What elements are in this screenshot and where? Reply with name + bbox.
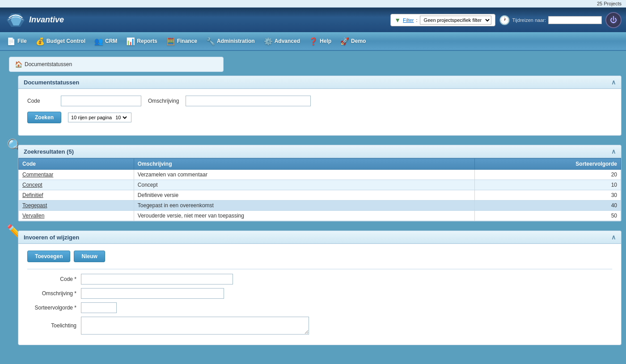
filter-link[interactable]: Filter [403, 17, 414, 23]
search-section-header: Documentstatussen ∧ [18, 76, 621, 89]
row-omschrijving-4: Verouderde versie, niet meer van toepass… [134, 211, 474, 221]
search-form: Code Omschrijving Zoeken 10 rijen per pa… [18, 89, 621, 135]
nav-item-demo[interactable]: 🚀 Demo [336, 33, 370, 49]
edit-section-title: Invoeren of wijzigen [24, 234, 79, 241]
toelichting-edit-input[interactable] [81, 317, 309, 335]
home-icon: 🏠 [15, 61, 22, 68]
demo-icon: 🚀 [340, 37, 349, 46]
nav-label-budget: Budget Control [47, 38, 85, 44]
filter-select[interactable]: Geen projectspecifiek filter [420, 16, 491, 25]
nav-item-finance[interactable]: 🧮 Finance [162, 33, 202, 49]
search-form-row1: Code Omschrijving [27, 96, 612, 106]
search-section: Documentstatussen ∧ Code Omschrijving Zo… [18, 75, 622, 136]
table-row: Toegepast Toegepast in een overeenkomst … [19, 201, 621, 211]
sorteervolgorde-edit-input[interactable] [81, 302, 117, 313]
nav-label-help: Help [320, 38, 331, 44]
nav-item-budget-control[interactable]: 💰 Budget Control [31, 33, 90, 49]
results-section-title: Zoekresultaten (5) [24, 148, 74, 155]
results-table-body: Commentaar Verzamelen van commentaar 20 … [19, 170, 621, 221]
row-sort-1: 10 [474, 180, 621, 190]
crm-icon: 👥 [94, 37, 103, 46]
edit-collapse-btn[interactable]: ∧ [611, 234, 616, 241]
filter-icon: ▼ [394, 17, 401, 24]
help-icon: ❓ [309, 37, 318, 46]
nav-label-advanced: Advanced [275, 38, 300, 44]
action-buttons: Toevoegen Nieuw [27, 251, 612, 262]
code-search-input[interactable] [61, 96, 141, 106]
nav-label-administration: Administration [217, 38, 255, 44]
nav-item-administration[interactable]: 🔧 Administration [202, 33, 259, 49]
row-code-3[interactable]: Toegepast [19, 201, 134, 211]
nieuw-button[interactable]: Nieuw [74, 251, 105, 262]
nav-label-demo: Demo [351, 38, 366, 44]
filter-bar: ▼ Filter : Geen projectspecifiek filter [390, 14, 495, 26]
breadcrumb-label: Documentstatussen [25, 61, 72, 67]
search-form-row2: Zoeken 10 rijen per pagina 10 25 50 [27, 112, 612, 123]
logo-area: Invantive [4, 11, 76, 29]
omschrijving-edit-input[interactable] [81, 288, 224, 299]
code-edit-label: Code * [27, 276, 81, 282]
results-table-container: Code Omschrijving Sorteervolgorde Commen… [18, 158, 621, 221]
rows-label: 10 rijen per pagina [71, 115, 112, 120]
row-code-4[interactable]: Vervallen [19, 211, 134, 221]
nav-item-file[interactable]: 📄 File [2, 33, 31, 49]
nav-item-help[interactable]: ❓ Help [305, 33, 336, 49]
results-table-header: Code Omschrijving Sorteervolgorde [19, 159, 621, 170]
administration-icon: 🔧 [206, 37, 215, 46]
breadcrumb: 🏠 Documentstatussen [9, 57, 224, 72]
sorteervolgorde-field-row: Sorteervolgorde * [27, 302, 612, 313]
results-collapse-btn[interactable]: ∧ [611, 148, 616, 155]
toevoegen-button[interactable]: Toevoegen [27, 251, 70, 262]
row-omschrijving-0: Verzamelen van commentaar [134, 170, 474, 180]
col-code: Code [19, 159, 134, 170]
power-icon: ⏻ [610, 16, 617, 24]
search-button[interactable]: Zoeken [27, 112, 61, 123]
row-sort-3: 40 [474, 201, 621, 211]
code-label: Code [27, 98, 54, 104]
clock-icon: 🕐 [499, 15, 510, 25]
row-sort-0: 20 [474, 170, 621, 180]
reports-icon: 📊 [126, 37, 135, 46]
tijdreizen-input[interactable] [548, 16, 602, 24]
nav-item-reports[interactable]: 📊 Reports [122, 33, 161, 49]
app-header: Invantive ▼ Filter : Geen projectspecifi… [0, 8, 626, 32]
form-separator [27, 269, 612, 269]
table-row: Definitief Definitieve versie 30 [19, 190, 621, 201]
nav-label-finance: Finance [177, 38, 197, 44]
results-section: Zoekresultaten (5) ∧ Code Omschrijving S… [18, 145, 622, 222]
nav-item-crm[interactable]: 👥 CRM [90, 33, 122, 49]
row-code-1[interactable]: Concept [19, 180, 134, 190]
col-sorteervolgorde: Sorteervolgorde [474, 159, 621, 170]
omschrijving-label: Omschrijving [148, 98, 179, 104]
results-section-wrapper: 🔍 Zoekresultaten (5) ∧ Code Omschrijving… [18, 145, 622, 222]
edit-section-wrapper: ✏️ Invoeren of wijzigen ∧ Toevoegen Nieu… [18, 230, 622, 345]
omschrijving-edit-label: Omschrijving * [27, 290, 81, 297]
table-row: Vervallen Verouderde versie, niet meer v… [19, 211, 621, 221]
row-omschrijving-1: Concept [134, 180, 474, 190]
row-code-0[interactable]: Commentaar [19, 170, 134, 180]
col-omschrijving: Omschrijving [134, 159, 474, 170]
search-section-wrapper: Documentstatussen ∧ Code Omschrijving Zo… [18, 75, 622, 136]
advanced-icon: ⚙️ [264, 37, 273, 46]
omschrijving-search-input[interactable] [186, 96, 311, 106]
finance-icon: 🧮 [166, 37, 175, 46]
main-navbar: 📄 File 💰 Budget Control 👥 CRM 📊 Reports … [0, 32, 626, 51]
logo-icon [4, 11, 27, 29]
project-count-text: 25 Projects [597, 1, 622, 6]
table-row: Concept Concept 10 [19, 180, 621, 190]
edit-section-header: Invoeren of wijzigen ∧ [18, 231, 621, 244]
filter-colon: : [416, 17, 418, 23]
nav-label-reports: Reports [137, 38, 157, 44]
code-edit-input[interactable] [81, 274, 233, 285]
budget-icon: 💰 [36, 37, 45, 46]
row-code-2[interactable]: Definitief [19, 190, 134, 201]
rows-per-page-selector[interactable]: 10 rijen per pagina 10 25 50 [68, 113, 131, 122]
search-collapse-btn[interactable]: ∧ [611, 79, 616, 86]
edit-form: Toevoegen Nieuw Code * Omschrijving * So… [18, 244, 621, 345]
search-section-title: Documentstatussen [24, 79, 79, 86]
rows-select-dropdown[interactable]: 10 25 50 [114, 114, 128, 121]
toelichting-edit-label: Toelichting [27, 322, 81, 329]
power-button[interactable]: ⏻ [605, 12, 622, 28]
row-sort-2: 30 [474, 190, 621, 201]
nav-item-advanced[interactable]: ⚙️ Advanced [259, 33, 305, 49]
